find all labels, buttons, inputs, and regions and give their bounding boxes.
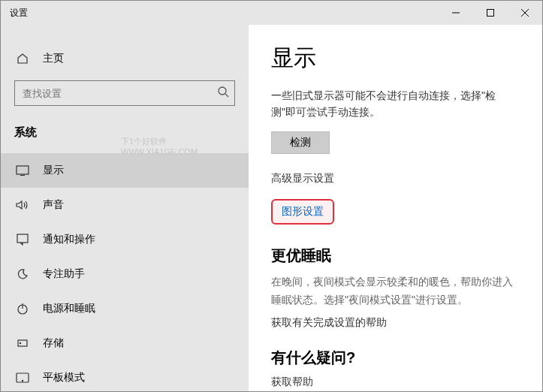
- home-link[interactable]: 主页: [1, 46, 249, 80]
- notifications-icon: [14, 234, 31, 246]
- nav-item-display[interactable]: 显示: [1, 153, 249, 188]
- svg-point-14: [22, 380, 23, 381]
- home-label: 主页: [43, 52, 64, 65]
- svg-rect-8: [17, 234, 28, 243]
- get-help-link[interactable]: 获取帮助: [271, 375, 520, 389]
- home-icon: [14, 53, 31, 65]
- nav-label: 显示: [43, 164, 64, 177]
- nav-item-storage[interactable]: 存储: [1, 326, 249, 360]
- power-icon: [14, 303, 31, 315]
- display-icon: [14, 165, 31, 176]
- sleep-desc: 在晚间，夜间模式会显示较柔和的暖色，帮助你进入睡眠状态。选择"夜间模式设置"进行…: [271, 273, 520, 309]
- nav-item-sound[interactable]: 声音: [1, 188, 249, 222]
- nav-label: 声音: [43, 198, 64, 212]
- maximize-icon: [487, 9, 494, 17]
- legacy-monitor-desc: 一些旧式显示器可能不会进行自动连接，选择"检测"即可尝试手动连接。: [271, 87, 520, 121]
- minimize-button[interactable]: [439, 1, 473, 25]
- minimize-icon: [452, 9, 460, 17]
- tablet-icon: [14, 372, 31, 383]
- nav-label: 通知和操作: [43, 233, 95, 246]
- advanced-display-link[interactable]: 高级显示设置: [271, 172, 520, 185]
- sleep-help-link[interactable]: 获取有关完成设置的帮助: [271, 316, 520, 330]
- maximize-button[interactable]: [473, 1, 508, 25]
- search-input[interactable]: [14, 80, 235, 106]
- question-title: 有什么疑问?: [271, 348, 520, 368]
- svg-rect-6: [17, 166, 29, 174]
- sleep-title: 更优睡眠: [271, 246, 520, 266]
- svg-point-12: [20, 342, 20, 343]
- close-button[interactable]: [508, 1, 542, 25]
- svg-point-4: [219, 87, 226, 95]
- graphics-settings-link[interactable]: 图形设置: [271, 199, 334, 225]
- sound-icon: [14, 200, 31, 210]
- nav-item-power[interactable]: 电源和睡眠: [1, 291, 249, 326]
- svg-rect-1: [487, 10, 494, 17]
- section-title: 系统: [1, 121, 249, 153]
- nav-item-tablet[interactable]: 平板模式: [1, 360, 249, 391]
- svg-line-5: [225, 94, 228, 97]
- nav-label: 平板模式: [43, 371, 85, 384]
- window-title: 设置: [1, 7, 28, 20]
- titlebar: 设置: [1, 1, 542, 25]
- search-box[interactable]: [14, 80, 235, 106]
- focus-icon: [14, 268, 31, 280]
- detect-button[interactable]: 检测: [271, 131, 330, 154]
- svg-rect-11: [18, 340, 27, 346]
- content-pane: 显示 一些旧式显示器可能不会进行自动连接，选择"检测"即可尝试手动连接。 检测 …: [249, 25, 542, 391]
- main-area: 主页 系统 下1个好软件 WWW.XIA1GE.COM 显示 声音: [1, 25, 542, 391]
- sidebar: 主页 系统 下1个好软件 WWW.XIA1GE.COM 显示 声音: [1, 25, 249, 391]
- page-title: 显示: [271, 43, 520, 74]
- search-icon: [217, 86, 229, 101]
- nav-item-notifications[interactable]: 通知和操作: [1, 222, 249, 257]
- close-icon: [521, 9, 529, 17]
- nav-item-focus[interactable]: 专注助手: [1, 257, 249, 291]
- nav-label: 电源和睡眠: [43, 302, 95, 315]
- storage-icon: [14, 337, 31, 349]
- nav-label: 专注助手: [43, 267, 85, 281]
- nav-label: 存储: [43, 336, 64, 350]
